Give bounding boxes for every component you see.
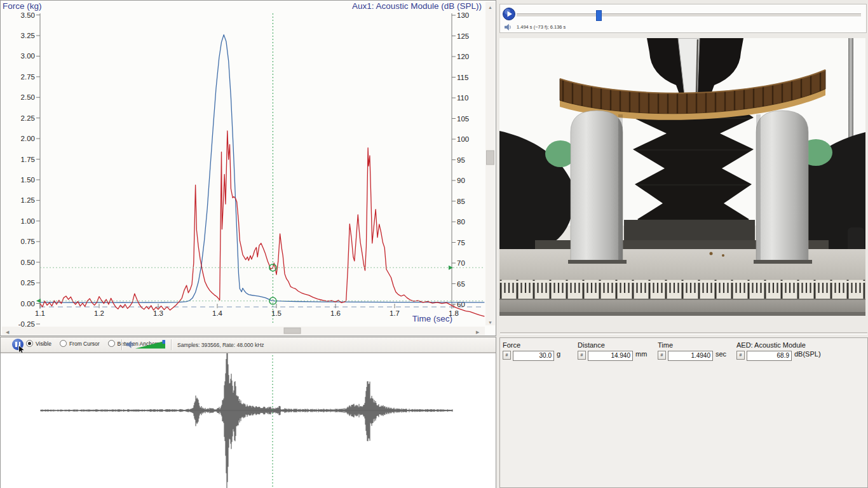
acoustic-axis-tick-label: 75 (457, 239, 465, 247)
readout-label: AED: Acoustic Module (736, 341, 821, 349)
readout-unit: mm (635, 350, 647, 358)
force-axis-tick-label: 2.25 (21, 114, 35, 122)
format-button[interactable]: # (503, 351, 511, 360)
toolbar-separator (171, 339, 172, 350)
acoustic-axis-tick-label: 95 (457, 156, 465, 164)
radio-dot-icon[interactable] (26, 340, 33, 347)
readout-row: #1.4940sec (658, 351, 726, 361)
readout-value-aed-acoustic-module[interactable]: 68.9 (747, 351, 792, 361)
readout-label: Distance (578, 341, 647, 349)
force-axis-title: Force (kg) (3, 1, 42, 11)
video-display (499, 38, 865, 316)
support-right (754, 111, 812, 264)
texture-analyzer-app: 3.503.253.002.752.502.252.001.751.501.25… (0, 0, 868, 488)
force-axis-tick-label: 3.25 (21, 32, 35, 39)
scroll-down-icon[interactable]: ▼ (488, 320, 492, 325)
force-axis-tick-label: 3.00 (21, 52, 35, 60)
radio-dot-icon[interactable] (60, 340, 67, 347)
base-ruler (499, 280, 865, 300)
readout-distance: Distance#14.940mm (578, 341, 647, 361)
time-axis-tick-label: 1.2 (94, 309, 104, 317)
readout-aed-acoustic-module: AED: Acoustic Module#68.9dB(SPL) (736, 341, 821, 361)
support-left (568, 111, 627, 264)
acoustic-axis-tick-label: 90 (457, 177, 465, 184)
acoustic-axis-title: Aux1: Acoustic Module (dB (SPL)) (352, 1, 482, 11)
radio-visible[interactable]: Visible (26, 340, 51, 347)
force-acoustic-chart[interactable]: 3.503.253.002.752.502.252.001.751.501.25… (1, 1, 496, 336)
speaker-icon[interactable] (505, 24, 512, 31)
acoustic-axis-tick-label: 120 (457, 53, 469, 60)
video-time-label: 1.494 s (~73 f); 6.136 s (517, 24, 566, 30)
toolbar-separator (121, 339, 123, 350)
audio-toolbar: VisibleFrom CursorBetween Anchors Sample… (1, 337, 496, 353)
cursor-right-arrow-icon (449, 266, 453, 270)
vertical-scroll-thumb[interactable] (487, 151, 494, 165)
force-axis-tick-label: 0.50 (21, 259, 35, 266)
acoustic-axis-tick-label: 60 (457, 301, 465, 308)
machine-base (499, 249, 865, 280)
readout-row: #14.940mm (578, 351, 647, 361)
time-axis-title: Time (sec) (412, 314, 452, 323)
chart-panel: 3.503.253.002.752.502.252.001.751.501.25… (0, 0, 496, 336)
video-toolbar: 1.494 s (~73 f); 6.136 s (499, 4, 867, 33)
format-button[interactable]: # (578, 351, 586, 360)
radio-dot-icon[interactable] (108, 340, 115, 347)
pause-icon (15, 342, 20, 347)
force-axis-tick-label: 1.00 (21, 217, 35, 225)
readout-unit: dB(SPL) (794, 350, 821, 358)
format-button[interactable]: # (658, 351, 666, 360)
readout-value-distance[interactable]: 14.940 (588, 351, 633, 361)
radio-label: From Cursor (69, 341, 100, 347)
force-axis-tick-label: 1.25 (21, 196, 35, 204)
right-column: 1.494 s (~73 f); 6.136 s (497, 0, 868, 488)
time-axis-tick-label: 1.3 (153, 309, 163, 317)
cursor-left-arrow-icon (36, 299, 41, 303)
audio-waveform[interactable] (1, 353, 496, 488)
readout-panel: Force#30.0gDistance#14.940mmTime#1.4940s… (499, 337, 868, 488)
audio-play-pause-button[interactable] (12, 339, 24, 350)
radio-label: Visible (36, 341, 51, 347)
force-axis-tick-label: 2.50 (21, 93, 35, 101)
readout-value-force[interactable]: 30.0 (513, 351, 554, 361)
scroll-left-icon[interactable]: ◀ (6, 330, 10, 334)
video-seek-slider[interactable] (517, 13, 861, 17)
time-axis-tick-label: 1.1 (35, 309, 45, 317)
speaker-icon (126, 341, 134, 349)
scroll-up-icon[interactable]: ▲ (488, 5, 492, 10)
radio-from-cursor[interactable]: From Cursor (60, 340, 100, 347)
acoustic-axis-tick-label: 70 (457, 259, 465, 267)
readout-time: Time#1.4940sec (658, 341, 726, 361)
force-axis-tick-label: 0.00 (21, 300, 35, 308)
readout-row: #30.0g (503, 351, 560, 361)
readout-unit: sec (715, 350, 726, 358)
volume-wedge-icon (135, 341, 165, 349)
force-axis-tick-label: 0.75 (21, 238, 35, 245)
horizontal-scroll-thumb[interactable] (284, 328, 301, 334)
force-axis-tick-label: 0.25 (21, 279, 35, 287)
seek-thumb[interactable] (596, 10, 602, 21)
force-axis-tick-label: 3.50 (21, 11, 35, 19)
readout-force: Force#30.0g (503, 341, 560, 361)
readout-value-time[interactable]: 1.4940 (668, 351, 713, 361)
force-axis-tick-label: 2.00 (21, 135, 35, 142)
force-axis-tick-label: 2.75 (21, 73, 35, 81)
force-curve (40, 35, 484, 303)
readout-row: #68.9dB(SPL) (736, 351, 821, 361)
acoustic-axis-tick-label: 110 (457, 94, 468, 102)
readout-unit: g (557, 350, 560, 358)
format-button[interactable]: # (736, 351, 745, 360)
scroll-right-icon[interactable]: ▶ (476, 330, 480, 334)
audio-panel: VisibleFrom CursorBetween Anchors Sample… (0, 337, 496, 488)
volume-thumb (163, 340, 166, 344)
chart-horizontal-scrollbar[interactable] (2, 327, 485, 335)
time-axis-tick-label: 1.4 (212, 309, 223, 317)
acoustic-axis-tick-label: 125 (457, 32, 469, 40)
acoustic-axis-tick-label: 105 (457, 115, 469, 123)
acoustic-axis-tick-label: 65 (457, 280, 465, 288)
acoustic-axis-tick-label: 80 (457, 218, 465, 226)
volume-slider[interactable] (135, 340, 166, 349)
force-axis-tick-label: 1.50 (21, 176, 35, 184)
acoustic-axis-tick-label: 115 (457, 74, 468, 81)
time-axis-tick-label: 1.6 (330, 309, 341, 317)
video-play-button[interactable] (502, 7, 516, 21)
